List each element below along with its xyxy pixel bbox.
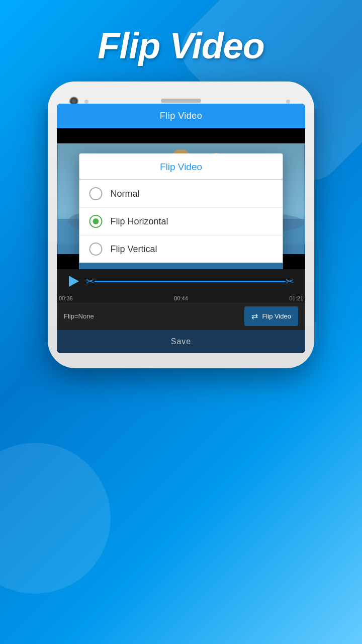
flip-video-button-label: Flip Video xyxy=(262,312,291,320)
phone-dot-right xyxy=(286,100,290,104)
option-flip-vertical-label: Flip Vertical xyxy=(110,244,157,255)
play-icon xyxy=(69,276,79,287)
option-normal-label: Normal xyxy=(110,189,139,199)
scissors-left-icon[interactable]: ✂ xyxy=(86,275,95,287)
flip-status-row: Flip=None ⇄ Flip Video xyxy=(57,302,305,330)
option-flip-horizontal[interactable]: Flip Horizontal xyxy=(79,208,283,235)
video-black-bar-top xyxy=(57,128,305,143)
timeline-times: 00:36 00:44 01:21 xyxy=(57,294,305,302)
phone-top-bar xyxy=(57,92,305,104)
scissors-area: ✂ ✂ xyxy=(86,275,294,287)
flip-video-dialog: Flip Video Normal Flip Horizontal xyxy=(79,153,283,269)
phone-screen: Flip Video xyxy=(57,104,305,353)
phone-speaker xyxy=(161,99,201,103)
phone-dot-left xyxy=(84,100,88,104)
radio-flip-horizontal[interactable] xyxy=(89,215,102,228)
dialog-title: Flip Video xyxy=(79,153,283,180)
page-title: Flip Video xyxy=(98,25,264,66)
video-area: Flip Video Normal Flip Horizontal xyxy=(57,128,305,269)
save-bar[interactable]: Save xyxy=(57,330,305,353)
scissors-right-icon[interactable]: ✂ xyxy=(286,275,294,287)
radio-flip-vertical-inner xyxy=(93,246,99,252)
radio-flip-horizontal-inner xyxy=(93,218,99,224)
phone-frame: Flip Video xyxy=(48,82,314,368)
done-button[interactable]: Done xyxy=(79,263,283,269)
flip-status-text: Flip=None xyxy=(64,312,94,320)
play-button[interactable] xyxy=(64,272,82,290)
bottom-controls: ✂ ✂ 00:36 00:44 01:21 Flip=None ⇄ Flip V… xyxy=(57,269,305,353)
time-mid: 00:44 xyxy=(174,295,188,301)
time-start: 00:36 xyxy=(59,295,73,301)
flip-video-button[interactable]: ⇄ Flip Video xyxy=(244,306,298,326)
flip-video-icon: ⇄ xyxy=(251,311,258,321)
timeline-track-thin xyxy=(95,281,286,282)
playback-row: ✂ ✂ xyxy=(57,269,305,294)
bg-decoration-2 xyxy=(0,443,111,594)
radio-normal[interactable] xyxy=(89,187,102,200)
radio-normal-inner xyxy=(93,191,99,197)
save-button-label: Save xyxy=(171,337,191,346)
option-flip-vertical[interactable]: Flip Vertical xyxy=(79,235,283,263)
option-flip-horizontal-label: Flip Horizontal xyxy=(110,216,168,227)
option-normal[interactable]: Normal xyxy=(79,180,283,208)
radio-flip-vertical[interactable] xyxy=(89,243,102,256)
app-bar-title: Flip Video xyxy=(160,111,203,121)
app-bar: Flip Video xyxy=(57,104,305,128)
time-end: 01:21 xyxy=(289,295,303,301)
